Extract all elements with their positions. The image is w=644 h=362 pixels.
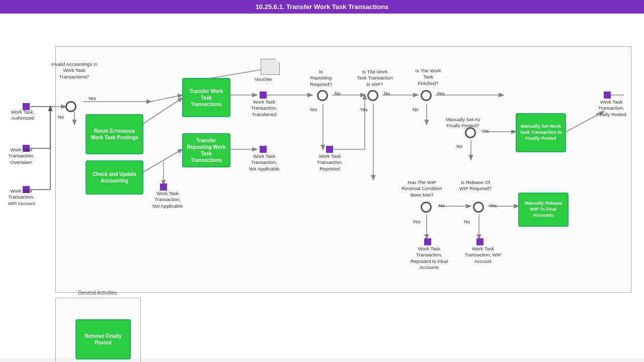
output-wtt-finally-posted xyxy=(604,92,611,99)
general-activities-label: General Activities xyxy=(78,290,117,296)
transfer-reposting-box[interactable]: Transfer Reposting Work Task Transaction… xyxy=(182,133,230,167)
label-wip-reversal: Has The WIPReversal ConditionBeen Met? xyxy=(395,179,448,198)
label-yes-manually: Yes xyxy=(481,128,489,134)
label-work-task-authorized: Work Task,Authorized xyxy=(5,109,40,122)
output-wtt-reposted xyxy=(326,146,333,153)
label-wtt-not-applicable-2: Work TaskTransaction,Not Applicable xyxy=(244,153,284,172)
label-invalid-accountings: Invalid Accountings inWork TaskTransacti… xyxy=(45,61,103,80)
voucher-symbol xyxy=(261,59,280,75)
label-no-finished: No xyxy=(413,107,419,113)
decision-in-wip xyxy=(367,90,378,101)
output-wtt-reposted-final xyxy=(424,238,431,245)
remove-finally-posted-box[interactable]: Remove Finally Posted xyxy=(75,319,131,359)
manually-release-box[interactable]: Manually Release WIP To Final Accounts xyxy=(518,193,569,227)
label-wtt-not-applicable-1: Work TaskTransaction,Not Applicable xyxy=(145,191,190,209)
label-is-finished: Is The WorkTaskFinished? xyxy=(406,68,451,86)
canvas: General Activities Work Task,Authorized … xyxy=(0,14,644,358)
label-wtt-transferred: Work TaskTransaction,Transferred xyxy=(244,99,284,118)
label-yes-reposting: Yes xyxy=(309,107,317,113)
label-no-reposting: No xyxy=(335,90,341,97)
label-yes-wip: Yes xyxy=(360,107,368,113)
label-wtt-reposted-final: Work TaskTransaction,Reposted to FinalAc… xyxy=(407,246,452,270)
label-yes-release: Yes xyxy=(489,203,497,209)
label-is-wip: Is The WorkTask Transactionin WIP? xyxy=(352,69,397,87)
decision-reposting xyxy=(317,90,328,101)
check-update-box[interactable]: Check and Update Accounting xyxy=(86,160,143,195)
label-yes-reversal: Yes xyxy=(413,219,421,225)
label-wtt-finally-posted: Work TaskTransaction,Finally Posted xyxy=(589,99,634,118)
label-no-reversal: No xyxy=(439,203,445,209)
label-wtt-wip-account: Work TaskTransaction, WIPAccount xyxy=(463,246,503,264)
decision-finished xyxy=(421,90,432,101)
decision-wip-reversal xyxy=(421,202,432,213)
transfer-work-task-box[interactable]: Transfer Work Task Transactions xyxy=(182,78,230,117)
page-title: 10.25.6.1. Transfer Work Task Transactio… xyxy=(0,0,644,14)
label-no-wip: No xyxy=(384,90,390,97)
output-wtt-not-applicable-1 xyxy=(160,184,167,191)
decision-release-wip xyxy=(473,202,484,213)
rerun-erroneous-box[interactable]: Rerun Erroneous Work Task Postings xyxy=(86,114,143,154)
label-no-release: No xyxy=(464,219,470,225)
output-wtt-not-applicable-2 xyxy=(260,146,267,153)
label-work-task-wip: Work TaskTransaction,WIP Account xyxy=(3,188,40,207)
manually-set-box[interactable]: Manually Set Work Task Transaction to Fi… xyxy=(516,113,566,152)
output-wtt-transferred xyxy=(260,92,267,99)
label-work-task-overtaken: Work TaskTransaction,Overtaken xyxy=(3,147,40,165)
label-is-reposting: IsRepostingRequired? xyxy=(301,69,341,87)
label-no-manually: No xyxy=(456,143,462,149)
output-wtt-wip-account xyxy=(476,238,484,245)
label-manually-set-q: Manually Set AsFinally Posted? xyxy=(438,117,488,129)
label-no-1: No xyxy=(58,114,64,120)
label-yes-finished: Yes xyxy=(437,90,445,97)
label-wtt-reposted: Work TaskTransaction,Reposted xyxy=(311,153,349,172)
label-voucher: Voucher xyxy=(255,76,272,82)
decision-start xyxy=(65,101,76,112)
label-release-wip: Is Release OfWIP Required? xyxy=(453,179,498,192)
label-yes-1: Yes xyxy=(88,96,96,102)
transfer-reposting-label: Transfer Reposting Work Task Transaction… xyxy=(185,137,227,163)
